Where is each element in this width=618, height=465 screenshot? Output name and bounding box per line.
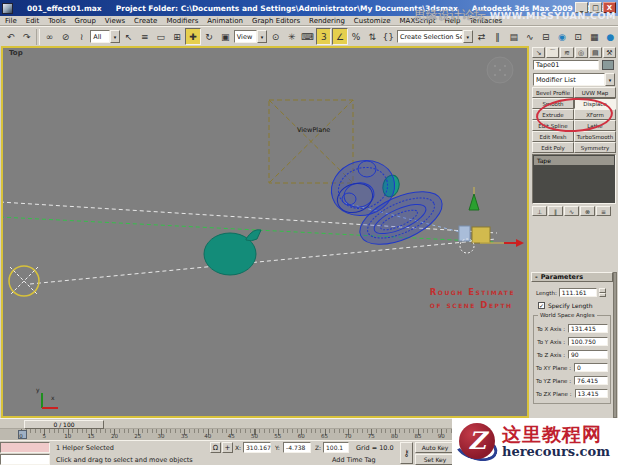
set-key-button[interactable]: Set Key xyxy=(415,454,455,465)
maximize-button[interactable]: □ xyxy=(589,2,602,13)
select-and-manipulate-icon[interactable]: ✳ xyxy=(284,28,299,45)
menu-item-maxscript[interactable]: MAXScript xyxy=(400,17,436,25)
menu-item-customize[interactable]: Customize xyxy=(354,17,391,25)
tab-motion[interactable]: ◎ xyxy=(575,47,588,58)
blue-mesh-object[interactable] xyxy=(324,152,450,255)
green-bottle-object[interactable] xyxy=(469,187,479,210)
teal-teapot-object[interactable] xyxy=(204,230,261,275)
named-selection-sets-dropdown[interactable]: Create Selection Set▾ xyxy=(397,30,473,43)
reference-coordinate-dropdown[interactable]: View▾ xyxy=(234,30,267,43)
menu-item-tools[interactable]: Tools xyxy=(48,17,65,25)
modifier-button-edit-poly[interactable]: Edit Poly xyxy=(532,142,574,153)
select-and-move-icon[interactable]: ✚ xyxy=(185,28,200,45)
time-slider-handle[interactable]: 0 / 100 xyxy=(24,420,104,429)
configure-modifier-sets-icon[interactable]: ≡ xyxy=(596,206,611,216)
modifier-button-symmetry[interactable]: Symmetry xyxy=(574,142,616,153)
collapse-icon[interactable]: - xyxy=(535,273,538,281)
chevron-down-icon[interactable]: ▾ xyxy=(605,73,615,86)
y-coord-field[interactable]: -4.738 xyxy=(283,442,311,453)
mirror-icon[interactable]: ⇄ xyxy=(474,28,489,45)
undo-icon[interactable]: ↶ xyxy=(3,28,18,45)
align-icon[interactable]: ‖ xyxy=(490,28,505,45)
object-name-field[interactable]: Tape01 xyxy=(533,60,599,70)
snaps-toggle-icon[interactable]: 3 xyxy=(316,28,331,45)
viewcube-icon[interactable] xyxy=(487,57,513,83)
length-spinner[interactable] xyxy=(599,288,606,297)
angle-snap-icon[interactable]: ∠ xyxy=(332,28,347,45)
parameters-rollout-header[interactable]: - Parameters xyxy=(531,272,613,282)
render-setup-icon[interactable]: ⊡ xyxy=(571,28,586,45)
menu-item-help[interactable]: Help xyxy=(445,17,461,25)
layer-manager-icon[interactable]: ▤ xyxy=(506,28,521,45)
add-time-tag[interactable]: Add Time Tag xyxy=(332,456,376,464)
select-by-name-icon[interactable]: ≡ xyxy=(137,28,152,45)
x-coord-field[interactable]: 310.167 xyxy=(243,442,271,453)
chevron-down-icon[interactable]: ▾ xyxy=(110,30,120,43)
tab-display[interactable]: ▤ xyxy=(589,47,602,58)
viewport-top[interactable]: Top ViewPlane xyxy=(1,46,529,418)
selection-region-icon[interactable]: ▭ xyxy=(153,28,168,45)
maxscript-mini-listener[interactable] xyxy=(0,454,50,465)
menu-item-rendering[interactable]: Rendering xyxy=(309,17,345,25)
selection-set-dropdown[interactable]: Selected ▾ xyxy=(457,442,493,455)
select-and-link-icon[interactable]: ∞ xyxy=(42,28,57,45)
length-field[interactable]: 111.161 xyxy=(559,288,597,297)
menu-item-animation[interactable]: Animation xyxy=(207,17,243,25)
redo-icon[interactable]: ↷ xyxy=(19,28,34,45)
keyboard-override-icon[interactable]: ⌨ xyxy=(300,28,315,45)
rendered-frame-icon[interactable]: ▦ xyxy=(587,28,602,45)
tape-target-helper[interactable] xyxy=(9,266,39,296)
pin-stack-icon[interactable]: ⊥ xyxy=(532,206,547,216)
unlink-selection-icon[interactable]: ⊘ xyxy=(58,28,73,45)
chevron-down-icon[interactable]: ▾ xyxy=(257,30,267,43)
modifier-button-uvw-map[interactable]: UVW Map xyxy=(574,87,616,98)
modifier-button-edit-mesh[interactable]: Edit Mesh xyxy=(532,131,574,142)
absolute-offset-toggle[interactable]: + xyxy=(222,442,233,453)
edit-named-selections-icon[interactable]: {} xyxy=(381,28,396,45)
menu-item-views[interactable]: Views xyxy=(105,17,125,25)
select-and-rotate-icon[interactable]: ↻ xyxy=(202,28,217,45)
stack-item-tape[interactable]: Tape xyxy=(534,156,614,165)
menu-item-group[interactable]: Group xyxy=(75,17,96,25)
select-object-icon[interactable]: ↖ xyxy=(121,28,136,45)
material-editor-icon[interactable]: ◉ xyxy=(554,28,569,45)
chevron-down-icon[interactable]: ▾ xyxy=(483,442,493,455)
curve-editor-icon[interactable]: ∿ xyxy=(522,28,537,45)
menu-item-create[interactable]: Create xyxy=(134,17,157,25)
menu-item-file[interactable]: File xyxy=(5,17,17,25)
close-button[interactable]: X xyxy=(603,2,616,13)
tab-create[interactable]: ↘ xyxy=(532,47,545,58)
tab-modify[interactable]: ⌒ xyxy=(546,47,559,58)
use-pivot-center-icon[interactable]: ⊙ xyxy=(268,28,283,45)
tab-hierarchy[interactable]: ≋ xyxy=(560,47,573,58)
window-crossing-icon[interactable]: ⊞ xyxy=(169,28,184,45)
camera-object[interactable] xyxy=(459,226,490,253)
object-color-swatch[interactable] xyxy=(602,60,614,70)
bind-to-space-warp-icon[interactable]: ≀ xyxy=(74,28,89,45)
maxscript-mini-listener-macro[interactable] xyxy=(0,442,50,453)
show-end-result-icon[interactable]: ‖ xyxy=(548,206,563,216)
selection-filter-dropdown[interactable]: All▾ xyxy=(90,30,120,43)
menu-item-tentacles[interactable]: Tentacles xyxy=(469,17,502,25)
menu-item-edit[interactable]: Edit xyxy=(26,17,40,25)
remove-modifier-icon[interactable]: ⊗ xyxy=(580,206,595,216)
make-unique-icon[interactable]: ∿ xyxy=(564,206,579,216)
time-slider[interactable]: 0 / 100 xyxy=(0,418,530,429)
panel-scrollbar[interactable] xyxy=(613,272,617,418)
specify-length-checkbox[interactable]: ✓ xyxy=(538,302,545,309)
tab-utilities[interactable]: ⚒ xyxy=(603,47,616,58)
schematic-view-icon[interactable]: ⊟ xyxy=(538,28,553,45)
set-keys-button[interactable]: ⚷ xyxy=(400,442,413,464)
selection-lock-toggle[interactable]: Ω xyxy=(210,442,221,453)
percent-snap-icon[interactable]: % xyxy=(349,28,364,45)
render-icon[interactable]: ● xyxy=(603,28,618,45)
minimize-button[interactable]: _ xyxy=(575,2,588,13)
modifier-button-turbosmooth[interactable]: TurboSmooth xyxy=(574,131,616,142)
menu-item-modifiers[interactable]: Modifiers xyxy=(166,17,198,25)
auto-key-button[interactable]: Auto Key xyxy=(415,442,455,453)
select-and-scale-icon[interactable]: ▣ xyxy=(218,28,233,45)
chevron-down-icon[interactable]: ▾ xyxy=(463,30,473,43)
menu-item-graph-editors[interactable]: Graph Editors xyxy=(252,17,300,25)
modifier-stack[interactable]: Tape xyxy=(532,154,616,204)
spinner-snap-icon[interactable]: ⇅ xyxy=(365,28,380,45)
